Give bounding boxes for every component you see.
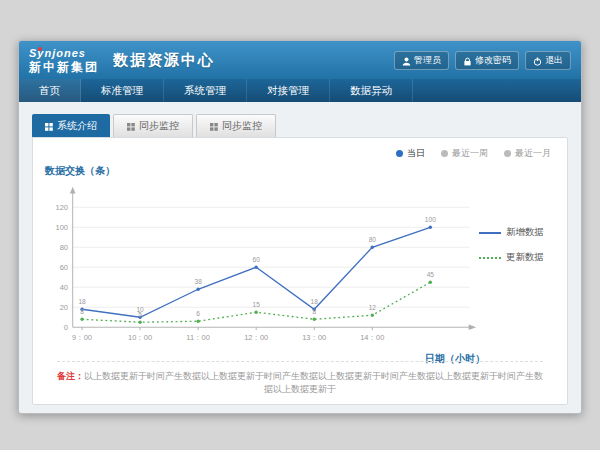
footnote-label: 备注：: [57, 371, 84, 381]
svg-text:120: 120: [56, 203, 68, 212]
chart-legend: 新增数据 更新数据: [479, 226, 559, 276]
filter-last-week[interactable]: 最近一周: [441, 147, 488, 160]
svg-text:80: 80: [369, 236, 377, 243]
svg-text:12：00: 12：00: [244, 333, 268, 342]
logo-text-cn: 新中新集团: [29, 61, 99, 73]
nav-item-system-mgmt[interactable]: 系统管理: [164, 79, 247, 102]
grid-icon: [127, 122, 135, 130]
svg-text:5: 5: [138, 311, 142, 318]
svg-text:6: 6: [196, 310, 200, 317]
tab-system-intro[interactable]: 系统介绍: [32, 114, 110, 137]
user-icon: [402, 57, 410, 65]
tab-label: 同步监控: [139, 119, 179, 133]
change-password-label: 修改密码: [475, 54, 511, 67]
page-title: 数据资源中心: [113, 51, 215, 70]
filter-label: 最近一周: [452, 147, 488, 160]
svg-text:38: 38: [195, 278, 203, 285]
filter-dot: [441, 150, 448, 157]
main-nav: 首页 标准管理 系统管理 对接管理 数据异动: [19, 79, 581, 102]
tab-sync-monitor-1[interactable]: 同步监控: [113, 114, 193, 137]
filter-label: 最近一月: [515, 147, 551, 160]
filter-dot: [396, 150, 403, 157]
svg-text:100: 100: [56, 223, 68, 232]
brand-logo: Synjones 新中新集团: [29, 48, 99, 73]
y-axis-title: 数据交换（条）: [45, 164, 115, 178]
time-range-filters: 当日 最近一周 最近一月: [396, 147, 551, 160]
svg-text:80: 80: [60, 243, 68, 252]
content-area: 系统介绍 同步监控 同步监控 当日: [19, 102, 581, 414]
footnote: 备注：以上数据更新于时间产生数据以上数据更新于时间产生数据以上数据更新于时间产生…: [57, 361, 543, 396]
tab-sync-monitor-2[interactable]: 同步监控: [196, 114, 276, 137]
grid-icon: [45, 122, 53, 130]
legend-label: 新增数据: [506, 226, 544, 239]
svg-text:8: 8: [312, 308, 316, 315]
tab-bar: 系统介绍 同步监控 同步监控: [32, 114, 568, 137]
legend-label: 更新数据: [506, 251, 544, 264]
power-icon: [533, 57, 541, 65]
svg-text:0: 0: [64, 323, 68, 332]
svg-text:14：00: 14：00: [360, 333, 384, 342]
svg-text:60: 60: [253, 256, 261, 263]
admin-user-button[interactable]: 管理员: [394, 51, 449, 70]
legend-item-new-data: 新增数据: [479, 226, 559, 239]
svg-text:18: 18: [311, 298, 319, 305]
admin-user-label: 管理员: [414, 54, 441, 67]
app-window: Synjones 新中新集团 数据资源中心 管理员 修改密码 退出: [18, 40, 582, 414]
svg-text:8: 8: [80, 308, 84, 315]
filter-last-month[interactable]: 最近一月: [504, 147, 551, 160]
svg-text:18: 18: [78, 298, 86, 305]
change-password-button[interactable]: 修改密码: [455, 51, 519, 70]
dotted-line-icon: [479, 257, 501, 259]
tab-label: 系统介绍: [57, 119, 97, 133]
svg-text:15: 15: [253, 301, 261, 308]
svg-text:10：00: 10：00: [128, 333, 152, 342]
grid-icon: [210, 122, 218, 130]
line-chart: 0204060801001209：0010：0011：0012：0013：001…: [39, 182, 479, 358]
filter-today[interactable]: 当日: [396, 147, 425, 160]
svg-text:45: 45: [427, 271, 435, 278]
chart-panel: 当日 最近一周 最近一月 数据交换（条） 0204060801001209：00…: [32, 137, 568, 405]
tab-label: 同步监控: [222, 119, 262, 133]
svg-text:100: 100: [425, 216, 436, 223]
legend-item-updated-data: 更新数据: [479, 251, 559, 264]
svg-text:12: 12: [369, 304, 377, 311]
logo-red-dot: [38, 47, 42, 51]
footnote-text: 以上数据更新于时间产生数据以上数据更新于时间产生数据以上数据更新于时间产生数据以…: [84, 371, 543, 394]
svg-text:13：00: 13：00: [302, 333, 326, 342]
svg-text:40: 40: [60, 283, 68, 292]
filter-dot: [504, 150, 511, 157]
filter-label: 当日: [407, 147, 425, 160]
lock-icon: [463, 57, 471, 65]
svg-text:9：00: 9：00: [72, 333, 92, 342]
svg-text:60: 60: [60, 263, 68, 272]
nav-item-connect-mgmt[interactable]: 对接管理: [247, 79, 330, 102]
app-header: Synjones 新中新集团 数据资源中心 管理员 修改密码 退出: [19, 41, 581, 79]
nav-item-standard-mgmt[interactable]: 标准管理: [81, 79, 164, 102]
header-actions: 管理员 修改密码 退出: [394, 51, 571, 70]
logout-button[interactable]: 退出: [525, 51, 571, 70]
svg-text:20: 20: [60, 303, 68, 312]
solid-line-icon: [479, 232, 501, 234]
logout-label: 退出: [545, 54, 563, 67]
nav-item-data-change[interactable]: 数据异动: [330, 79, 413, 102]
svg-text:11：00: 11：00: [186, 333, 210, 342]
nav-item-home[interactable]: 首页: [19, 79, 81, 102]
